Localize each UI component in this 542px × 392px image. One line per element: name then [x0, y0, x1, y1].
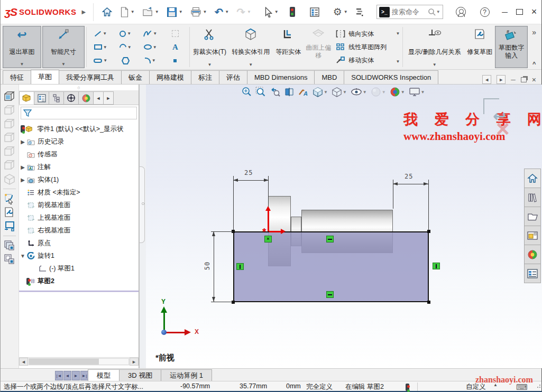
dimension-value[interactable]: 25	[244, 169, 253, 176]
feature-tree-tab[interactable]	[19, 91, 34, 105]
view-cube-button[interactable]	[3, 117, 16, 131]
dropdown-caret-icon[interactable]: ▼	[433, 62, 437, 68]
minimize-button[interactable]: ─	[498, 3, 512, 21]
dropdown-caret-icon[interactable]: ▼	[61, 62, 66, 67]
slot-tool[interactable]: ▼	[88, 54, 113, 67]
property-manager-tab[interactable]	[34, 91, 49, 105]
ellipse-tool[interactable]: ▼	[138, 41, 163, 54]
3d-views-tab[interactable]: 3D 视图	[119, 369, 161, 381]
custom-properties-button[interactable]	[524, 264, 541, 283]
offset-entities-button[interactable]: 等距实体 ▼	[273, 26, 303, 68]
expand-arrow-icon[interactable]: ▶	[19, 164, 26, 170]
paste-appearance-button[interactable]	[3, 253, 16, 266]
pane-back-icon[interactable]: ◄	[482, 75, 491, 84]
dropdown-caret-icon[interactable]: ▼	[396, 31, 400, 36]
tab-evaluate[interactable]: 评估	[219, 70, 247, 84]
model-tab[interactable]: 模型	[88, 369, 120, 381]
rectangle-tool[interactable]: ▼	[88, 41, 113, 54]
dropdown-caret-icon[interactable]: ▼	[396, 59, 400, 64]
tab-mbd-dimensions[interactable]: MBD Dimensions	[247, 70, 315, 84]
pane-forward-icon[interactable]: ►	[497, 75, 506, 84]
dropdown-caret-icon[interactable]: ▼	[131, 10, 135, 14]
tree-item-sketch2[interactable]: 草图2	[19, 275, 139, 287]
smart-dimension-button[interactable]: 智能尺寸 ▼	[42, 26, 85, 68]
home-button[interactable]	[99, 4, 115, 21]
search-icon[interactable]	[428, 8, 436, 16]
display-delete-relations-button[interactable]: 显示/删除几何关系 ▼	[405, 26, 464, 68]
view-cube-button[interactable]	[3, 104, 16, 117]
tab-inspection[interactable]: SOLIDWORKS Inspection	[344, 70, 438, 84]
first-tab-icon[interactable]: |◄	[55, 371, 63, 380]
horizontal-relation-badge[interactable]	[326, 236, 334, 242]
sketch-numeric-input-button[interactable]: # 草图数字输入 ▼	[495, 26, 528, 68]
display-manager-button[interactable]	[307, 4, 322, 21]
new-document-button[interactable]: ▼	[118, 4, 137, 21]
linear-pattern-button[interactable]: 线性草图阵列	[334, 41, 394, 53]
open-button[interactable]: ▼	[140, 4, 161, 21]
home-tab-button[interactable]	[524, 169, 541, 188]
panel-tab-scroll-left[interactable]: ◄	[93, 91, 104, 105]
command-search[interactable]: >_ ▼	[376, 5, 443, 19]
undo-button[interactable]: ↶ ▼	[212, 4, 231, 21]
view-palette-button[interactable]	[524, 226, 541, 245]
dropdown-caret-icon[interactable]: ▼	[344, 10, 348, 14]
dropdown-caret-icon[interactable]: ▼	[249, 62, 253, 68]
view-cube-active-button[interactable]	[3, 90, 16, 104]
dimxpert-manager-tab[interactable]	[63, 91, 79, 105]
pane-restore-icon[interactable]	[521, 77, 527, 82]
help-button[interactable]: ?	[478, 4, 492, 21]
tab-sketch[interactable]: 草图	[31, 70, 59, 84]
next-tab-icon[interactable]: ►	[72, 371, 80, 380]
tree-item-right-plane[interactable]: 右视基准面	[19, 224, 139, 237]
dimension-value[interactable]: 50	[204, 262, 211, 270]
dropdown-caret-icon[interactable]: ▼	[247, 10, 251, 14]
options-button[interactable]: ⚙ ▼	[331, 4, 350, 21]
horizontal-relation-badge[interactable]	[326, 291, 334, 298]
configuration-manager-tab[interactable]	[49, 91, 64, 105]
tab-mesh-modeling[interactable]: 网格建模	[149, 70, 191, 84]
redo-button[interactable]: ↷ ▼	[234, 4, 253, 21]
graphics-viewport[interactable]: A ▼ ▼ ▼ ▼ ▼ ▼	[146, 85, 542, 368]
dropdown-caret-icon[interactable]: ▼	[155, 10, 159, 14]
ribbon-overflow-button[interactable]: »	[532, 28, 536, 36]
prev-tab-icon[interactable]: ◄	[63, 371, 71, 380]
new-sketch-button[interactable]	[3, 192, 16, 206]
display-manager-tab[interactable]	[78, 91, 94, 105]
select-button[interactable]: ▼	[262, 4, 281, 21]
close-button[interactable]: ×	[527, 3, 541, 21]
tree-item-sketch1[interactable]: (-) 草图1	[19, 262, 139, 275]
tree-item-front-plane[interactable]: 前视基准面	[19, 199, 139, 211]
dropdown-caret-icon[interactable]: ▼	[207, 62, 212, 68]
dimension-line[interactable]	[233, 180, 269, 181]
pane-minimize-icon[interactable]: ─	[511, 76, 516, 83]
expand-arrow-icon[interactable]: ▶	[19, 177, 26, 183]
panel-handle[interactable]: ○	[19, 85, 139, 91]
account-button[interactable]	[454, 4, 468, 21]
search-input[interactable]	[392, 8, 428, 16]
dropdown-caret-icon[interactable]: ▼	[179, 10, 183, 14]
splitter-handle-icon[interactable]	[142, 202, 144, 205]
tree-filter[interactable]	[21, 107, 137, 119]
copy-appearance-button[interactable]	[3, 239, 16, 253]
tab-mbd[interactable]: MBD	[314, 70, 344, 84]
collapse-arrow-icon[interactable]: ▼	[19, 253, 26, 259]
tree-item-origin[interactable]: 原点	[19, 237, 139, 249]
spline-tool[interactable]: ▼	[138, 27, 163, 40]
tree-item-revolve1[interactable]: ▼ 旋转1	[19, 249, 139, 262]
xpress-tools-button[interactable]	[353, 4, 365, 21]
vertical-relation-badge[interactable]	[236, 263, 244, 270]
arc-tool[interactable]: ▼	[113, 41, 138, 54]
dropdown-caret-icon[interactable]: ▼	[436, 10, 440, 14]
dimension-line[interactable]	[214, 231, 214, 302]
repair-sketch-button[interactable]: 修复草图 ▼	[464, 26, 495, 68]
tree-item-sensors[interactable]: 传感器	[19, 148, 139, 161]
fillet-tool[interactable]: ▼	[138, 54, 163, 67]
dropdown-caret-icon[interactable]: ▼	[225, 10, 229, 14]
panel-horizontal-scrollbar[interactable]: ◄ ►	[19, 357, 139, 366]
exit-sketch-button[interactable]: ↩ 退出草图 ▼	[3, 26, 41, 68]
dropdown-caret-icon[interactable]: ▼	[20, 62, 24, 67]
maximize-button[interactable]	[512, 3, 527, 21]
circle-tool[interactable]: ▼	[113, 27, 138, 40]
view-cube-button[interactable]	[3, 131, 16, 145]
text-tool[interactable]: A	[163, 41, 188, 54]
